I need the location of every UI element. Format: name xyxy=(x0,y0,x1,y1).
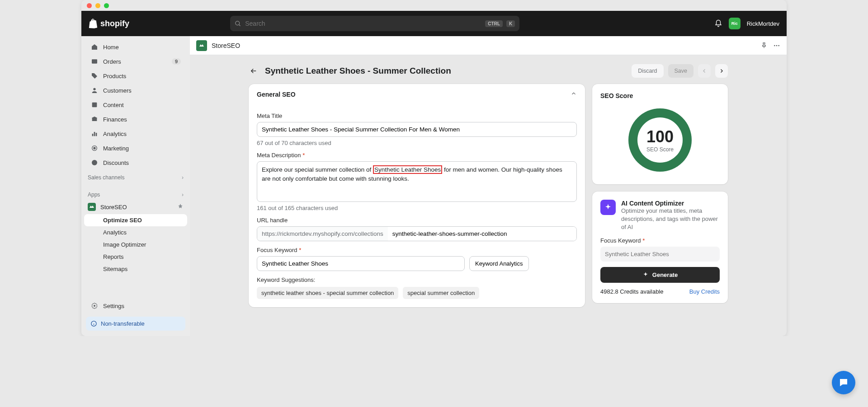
chevron-right-icon: › xyxy=(182,192,184,198)
close-dot[interactable] xyxy=(87,3,92,8)
ai-focus-input[interactable] xyxy=(600,247,720,262)
page-header: Synthetic Leather Shoes - Summer Collect… xyxy=(249,64,728,78)
info-icon xyxy=(90,320,97,327)
more-icon[interactable] xyxy=(773,42,780,49)
search-icon xyxy=(235,20,241,27)
nav-analytics[interactable]: Analytics xyxy=(84,126,187,141)
ai-optimizer-card: AI Content Optimizer Optimize your meta … xyxy=(592,192,728,303)
meta-title-label: Meta Title xyxy=(257,112,577,119)
svg-rect-5 xyxy=(92,134,94,136)
storeseo-app-icon xyxy=(196,40,207,51)
svg-rect-2 xyxy=(92,59,97,63)
page-title: Synthetic Leather Shoes - Summer Collect… xyxy=(265,66,451,76)
minimize-dot[interactable] xyxy=(95,3,100,8)
pin-icon[interactable] xyxy=(760,42,768,49)
storeseo-app-icon xyxy=(88,203,96,211)
nav-finances[interactable]: Finances xyxy=(84,112,187,126)
maximize-dot[interactable] xyxy=(104,3,109,8)
sub-analytics[interactable]: Analytics xyxy=(84,226,187,239)
url-handle-row: https://rickmortdev.myshopify.com/collec… xyxy=(257,226,577,241)
sub-image-optimizer[interactable]: Image Optimizer xyxy=(84,239,187,251)
nav-content[interactable]: Content xyxy=(84,98,187,112)
svg-point-9 xyxy=(94,147,95,149)
score-ring: 100 SEO Score xyxy=(628,108,692,172)
avatar[interactable]: Ric xyxy=(729,18,741,29)
kbd-k: K xyxy=(506,20,515,27)
target-icon xyxy=(90,144,99,152)
nav-products[interactable]: Products xyxy=(84,69,187,83)
svg-line-1 xyxy=(239,24,241,26)
save-button[interactable]: Save xyxy=(668,64,694,78)
brand-text: shopify xyxy=(100,19,129,28)
bell-icon[interactable] xyxy=(714,19,722,28)
orders-icon xyxy=(90,57,99,65)
back-button[interactable] xyxy=(249,66,259,76)
general-seo-card: General SEO Meta Title 67 out of 70 char… xyxy=(249,84,585,307)
svg-point-15 xyxy=(774,45,775,46)
keyword-chip[interactable]: synthetic leather shoes - special summer… xyxy=(257,287,398,299)
meta-title-counter: 67 out of 70 characters used xyxy=(257,140,577,146)
kbd-ctrl: CTRL xyxy=(485,20,503,27)
meta-title-input[interactable] xyxy=(257,122,577,137)
ai-desc: Optimize your meta titles, meta descript… xyxy=(621,207,720,232)
search-input[interactable] xyxy=(245,20,481,27)
sparkle-icon xyxy=(600,200,616,215)
nav-marketing[interactable]: Marketing xyxy=(84,141,187,155)
score-value: 100 xyxy=(646,127,674,146)
generate-button[interactable]: Generate xyxy=(600,267,720,283)
keyword-chip[interactable]: special summer collection xyxy=(403,287,479,299)
ai-focus-label: Focus Keyword * xyxy=(600,237,720,244)
non-transferable-banner[interactable]: Non-transferable xyxy=(86,317,185,331)
pin-icon[interactable] xyxy=(177,203,184,211)
orders-badge: 9 xyxy=(172,58,181,65)
apps-heading[interactable]: Apps› xyxy=(81,187,190,200)
svg-point-16 xyxy=(776,45,778,46)
username[interactable]: RickMortdev xyxy=(747,20,779,27)
svg-rect-7 xyxy=(96,133,97,136)
app-storeseo[interactable]: StoreSEO xyxy=(81,200,190,214)
url-handle-label: URL handle xyxy=(257,217,577,224)
url-prefix: https://rickmortdev.myshopify.com/collec… xyxy=(257,227,388,241)
url-slug-input[interactable] xyxy=(388,227,576,241)
seo-score-heading: SEO Score xyxy=(600,92,720,99)
chevron-up-icon xyxy=(571,90,577,98)
svg-point-0 xyxy=(236,21,240,25)
seo-score-card: SEO Score 100 SEO Score xyxy=(592,84,728,184)
nav-customers[interactable]: Customers xyxy=(84,83,187,98)
svg-rect-6 xyxy=(94,132,95,136)
meta-desc-label: Meta Description * xyxy=(257,152,577,159)
next-button[interactable] xyxy=(715,64,728,78)
sub-reports[interactable]: Reports xyxy=(84,251,187,263)
prev-button[interactable] xyxy=(698,64,711,78)
svg-point-10 xyxy=(92,160,97,165)
chevron-right-icon xyxy=(719,68,724,74)
sub-sitemaps[interactable]: Sitemaps xyxy=(84,263,187,275)
meta-desc-input[interactable]: Explore our special summer collection of… xyxy=(257,161,577,202)
credits-text: 4982.8 Credits available xyxy=(600,288,663,295)
nav-discounts[interactable]: Discounts xyxy=(84,155,187,170)
keyword-analytics-button[interactable]: Keyword Analytics xyxy=(469,256,529,271)
nav-orders[interactable]: Orders9 xyxy=(84,54,187,69)
nav-settings[interactable]: Settings xyxy=(84,299,187,313)
nav-home[interactable]: Home xyxy=(84,40,187,54)
chevron-right-icon: › xyxy=(182,174,184,181)
shopify-logo[interactable]: shopify xyxy=(89,19,129,28)
svg-point-3 xyxy=(93,88,95,90)
global-search[interactable]: CTRL K xyxy=(230,16,519,31)
sales-channels-heading[interactable]: Sales channels› xyxy=(81,170,190,182)
focus-keyword-label: Focus Keyword * xyxy=(257,247,577,253)
discard-button[interactable]: Discard xyxy=(632,64,663,78)
window-titlebar xyxy=(81,0,787,11)
home-icon xyxy=(90,43,99,51)
sidebar: Home Orders9 Products Customers Content … xyxy=(81,36,190,336)
discount-icon xyxy=(90,159,99,167)
buy-credits-link[interactable]: Buy Credits xyxy=(689,288,720,295)
chevron-left-icon xyxy=(702,68,707,74)
highlighted-keyword: Synthetic Leather Shoes xyxy=(373,165,442,174)
focus-keyword-input[interactable] xyxy=(257,256,465,271)
card-heading[interactable]: General SEO xyxy=(249,84,585,104)
finances-icon xyxy=(90,115,99,123)
content-icon xyxy=(90,101,99,109)
ai-title: AI Content Optimizer xyxy=(621,200,720,207)
sub-optimize-seo[interactable]: Optimize SEO xyxy=(84,214,187,226)
